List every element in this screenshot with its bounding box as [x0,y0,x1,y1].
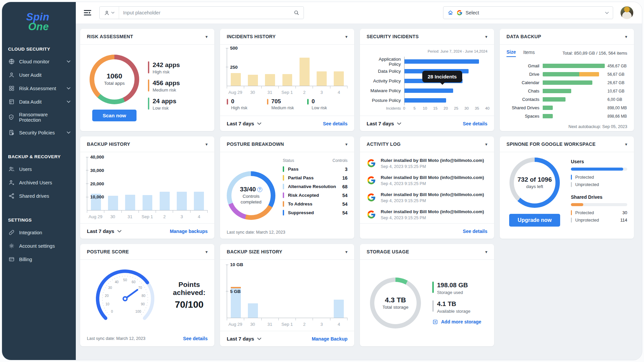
chevron-down-icon[interactable]: ▾ [205,142,208,147]
sidebar-item-cloud-monitor[interactable]: Cloud monitor [2,55,76,68]
card-risk-assessment: RISK ASSESSMENT ▾ 1060 Total apps [80,29,214,131]
see-details-link[interactable]: See details [323,121,347,126]
service-label: Gmail [506,63,543,68]
tab-items[interactable]: Items [523,50,535,57]
x-tick-label: 2 [156,214,173,219]
backup-total: Total: 850,89 GB / 156, 564 items [562,51,627,56]
card-title: INCIDENTS HISTORY [227,34,276,39]
controls-completed-value: 33/40? [240,186,262,193]
chevron-down-icon[interactable]: ▾ [485,249,487,254]
stat-available-storage: 4.1 TBAvailable storage [432,300,481,314]
user-avatar[interactable] [621,6,633,19]
posture-breakdown-table: Status Controls Pass3 Partial Pass16 Alt… [283,156,347,235]
sidebar-item-archived-users[interactable]: Archived Users [2,176,76,189]
card-title: ACTIVITY LOG [367,141,400,147]
backup-row: Gmail456,67 GB [506,62,627,70]
chevron-down-icon[interactable]: ▾ [345,249,347,254]
bar [405,59,479,64]
google-icon [457,10,463,16]
gear-icon [8,243,15,249]
card-posture-score: POSTURE SCORE ▾ 0102030405060708090100 [80,244,214,346]
sidebar-item-security-policies[interactable]: Security Policies [2,126,76,139]
help-icon[interactable]: ? [257,187,262,192]
see-details-link[interactable]: See details [183,336,208,341]
legend-shared-protected: Protected30 [571,210,627,215]
sidebar-section-backup-recovery: BACKUP & RECOVERY Users Archived Users S… [2,151,76,203]
svg-text:10: 10 [106,302,110,306]
backup-row: Spaces898,66 MB [506,112,627,120]
search-scope-dropdown[interactable] [100,7,119,19]
bar [177,192,187,210]
search-input[interactable] [119,10,293,15]
backup-history-chart: 40,00030,00020,00010,000Aug 293031Sep 12… [87,157,208,219]
chevron-down-icon[interactable]: ▾ [345,142,347,147]
sidebar-item-shared-drives[interactable]: Shared drives [2,189,76,203]
period-select[interactable]: Last 7 days [87,228,121,234]
service-label: Spaces [506,114,543,119]
bar [282,74,292,86]
chevron-down-icon[interactable]: ▾ [625,142,627,147]
sidebar-item-user-audit[interactable]: User Audit [2,68,76,82]
low-risk-marker [148,98,149,110]
list-item[interactable]: Ruler installed by Bill Moto (info@billm… [367,155,487,172]
service-label: Chats [506,88,543,94]
chevron-down-icon[interactable]: ▾ [345,34,347,39]
workspace-select[interactable]: Select [443,6,613,19]
period-select[interactable]: Last 7 days [227,121,261,126]
y-tick-label: 40,000 [90,155,104,160]
list-item[interactable]: Ruler installed by Bill Moto (info@billm… [367,206,487,223]
list-item[interactable]: Ruler installed by Bill Moto (info@billm… [367,189,487,206]
sidebar-item-users[interactable]: Users [2,163,76,176]
period-note: Period: June 7, 2024 - June 14,2024 [367,49,487,53]
manage-backup-link[interactable]: Manage Backup [312,336,347,342]
card-storage-usage: STORAGE USAGE ▾ 4.3 TB Total storage [360,244,494,346]
chevron-down-icon[interactable]: ▾ [625,34,627,39]
x-tick-label: Aug 29 [227,90,244,95]
tab-size[interactable]: Size [506,49,516,57]
chevron-down-icon[interactable]: ▾ [485,142,487,147]
x-tick-label: 30 [244,90,261,95]
sidebar-item-integration[interactable]: Integration [2,226,76,239]
table-rows-icon [8,99,15,105]
sidebar: Spin One CLOUD SECURITY Cloud monitor Us… [2,2,76,360]
search-icon[interactable] [293,10,300,16]
logo-spin: Spin [26,12,76,22]
sidebar-toggle-icon[interactable] [83,8,92,17]
upgrade-now-button[interactable]: Upgrade now [509,214,560,227]
table-row: Partial Pass16 [283,175,347,181]
sidebar-item-risk-assessment[interactable]: Risk Assessment [2,82,76,95]
storage-donut-chart: 4.3 TB Total storage [370,278,421,328]
chevron-down-icon[interactable]: ▾ [485,34,487,39]
manage-backups-link[interactable]: Manage backups [170,229,208,234]
sidebar-item-ransomware-protection[interactable]: Ransomware Protection [2,109,76,126]
shield-check-icon [8,114,15,121]
x-tick-label: 31 [261,90,278,95]
last-sync-note: Last sync date: March 12, 2023 [87,336,145,341]
logo-one: One [28,22,76,32]
legend-medium-risk: 456 appsMedium risk [148,79,180,93]
see-details-link[interactable]: See details [463,121,487,126]
period-select[interactable]: Last 7 days [227,336,261,342]
chevron-down-icon[interactable]: ▾ [205,34,208,39]
see-details-link[interactable]: See details [463,229,487,234]
sidebar-section-cloud-security: CLOUD SECURITY Cloud monitor User Audit … [2,43,76,139]
bar-segment [543,97,566,102]
protected-marker [571,175,572,180]
sidebar-item-billing[interactable]: Billing [2,253,76,266]
tooltip: 28 Incidents [422,71,462,82]
svg-text:60: 60 [131,280,136,284]
chevron-down-icon [67,101,70,103]
period-select[interactable]: Last 7 days [367,121,401,126]
sidebar-item-data-audit[interactable]: Data Audit [2,95,76,109]
x-tick-label: 31 [261,322,278,327]
chevron-down-icon[interactable]: ▾ [205,249,208,254]
axis-label: Incidents [367,106,404,112]
suppressed-marker [283,210,284,216]
list-item[interactable]: Ruler installed by Bill Moto (info@billm… [367,172,487,189]
sidebar-item-account-settings[interactable]: Account settings [2,239,76,253]
globe-icon [8,58,15,65]
scan-now-button[interactable]: Scan now [92,110,137,121]
bar [108,196,118,210]
low-risk-marker [307,99,309,105]
add-more-storage-link[interactable]: Add more storage [432,319,481,325]
